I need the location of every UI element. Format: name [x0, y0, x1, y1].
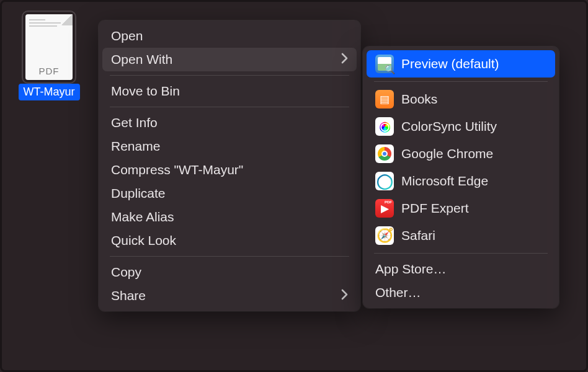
menu-separator: [110, 256, 349, 257]
menu-copy-label: Copy: [111, 265, 141, 280]
menu-make-alias[interactable]: Make Alias: [102, 205, 357, 229]
openwith-other[interactable]: Other…: [367, 281, 555, 304]
colorsync-app-icon: [375, 117, 394, 136]
menu-move-to-bin-label: Move to Bin: [111, 84, 180, 99]
openwith-app-store[interactable]: App Store…: [367, 257, 555, 281]
menu-get-info-label: Get Info: [111, 115, 158, 130]
openwith-pdfexpert[interactable]: ▶ PDF Expert: [367, 195, 555, 222]
openwith-safari-label: Safari: [401, 228, 435, 243]
pdf-file-icon: PDF: [25, 14, 73, 80]
openwith-app-store-label: App Store…: [375, 262, 446, 277]
menu-open[interactable]: Open: [102, 24, 357, 48]
chevron-right-icon: [341, 52, 348, 67]
menu-duplicate[interactable]: Duplicate: [102, 182, 357, 205]
openwith-safari[interactable]: Safari: [367, 222, 555, 249]
open-with-submenu: Preview (default) ▤ Books ColorSync Util…: [363, 46, 559, 308]
menu-get-info[interactable]: Get Info: [102, 111, 357, 135]
openwith-pdfexpert-label: PDF Expert: [401, 201, 469, 216]
openwith-colorsync-label: ColorSync Utility: [401, 119, 497, 134]
pdf-file-item[interactable]: PDF WT-Mayur: [18, 14, 80, 100]
context-menu: Open Open With Move to Bin Get Info Rena…: [99, 20, 360, 311]
menu-copy[interactable]: Copy: [102, 260, 357, 284]
safari-app-icon: [375, 226, 394, 245]
openwith-books[interactable]: ▤ Books: [367, 86, 555, 113]
pdf-badge: PDF: [25, 66, 73, 76]
menu-open-with[interactable]: Open With: [102, 48, 357, 71]
menu-duplicate-label: Duplicate: [111, 186, 166, 201]
openwith-edge[interactable]: Microsoft Edge: [367, 167, 555, 195]
preview-app-icon: [375, 55, 394, 73]
file-name-label: WT-Mayur: [19, 84, 80, 100]
menu-separator: [110, 75, 349, 76]
menu-share-label: Share: [111, 288, 146, 303]
openwith-preview[interactable]: Preview (default): [367, 50, 555, 78]
menu-make-alias-label: Make Alias: [111, 210, 174, 224]
menu-compress-label: Compress "WT-Mayur": [111, 162, 243, 177]
menu-share[interactable]: Share: [102, 284, 357, 308]
menu-separator: [110, 107, 349, 107]
menu-separator: [374, 81, 548, 82]
pdfexpert-app-icon: ▶: [375, 199, 394, 218]
menu-move-to-bin[interactable]: Move to Bin: [102, 79, 357, 103]
openwith-edge-label: Microsoft Edge: [401, 174, 488, 188]
chevron-right-icon: [341, 288, 348, 303]
menu-rename-label: Rename: [111, 139, 160, 154]
books-app-icon: ▤: [375, 90, 394, 108]
openwith-colorsync[interactable]: ColorSync Utility: [367, 113, 555, 140]
menu-compress[interactable]: Compress "WT-Mayur": [102, 158, 357, 182]
menu-quick-look[interactable]: Quick Look: [102, 229, 357, 252]
menu-rename[interactable]: Rename: [102, 135, 357, 158]
menu-open-with-label: Open With: [111, 52, 172, 67]
openwith-other-label: Other…: [375, 285, 421, 300]
openwith-books-label: Books: [401, 92, 437, 107]
menu-quick-look-label: Quick Look: [111, 233, 176, 248]
openwith-chrome-label: Google Chrome: [401, 146, 493, 161]
edge-app-icon: [375, 172, 394, 190]
openwith-chrome[interactable]: Google Chrome: [367, 140, 555, 167]
chrome-app-icon: [375, 144, 394, 163]
menu-separator: [374, 253, 548, 254]
openwith-preview-label: Preview (default): [401, 56, 499, 71]
menu-open-label: Open: [111, 29, 143, 43]
